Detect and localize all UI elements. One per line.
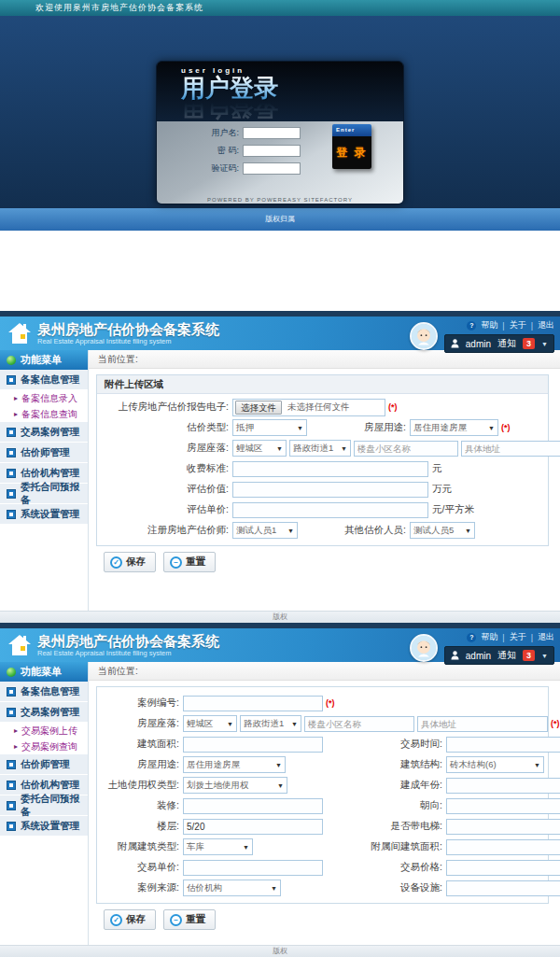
- district-select[interactable]: 鲤城区▼: [183, 715, 237, 732]
- area-time-row: 建筑面积: 交易时间:: [97, 734, 542, 754]
- sidebar-subitem-filing-query[interactable]: ▸ 备案信息查询: [0, 406, 88, 422]
- admin-bar[interactable]: admin 通知 3 ▼: [444, 646, 554, 665]
- help-link[interactable]: 帮助: [481, 319, 497, 331]
- annex-area-input[interactable]: [446, 839, 560, 855]
- unitprice-input[interactable]: [232, 502, 428, 518]
- unit-price-input[interactable]: [183, 860, 323, 876]
- reset-button[interactable]: − 重置: [163, 909, 216, 930]
- user-avatar[interactable]: [410, 634, 438, 662]
- land-select[interactable]: 划拨土地使用权▼: [183, 777, 287, 794]
- appraiser-select[interactable]: 测试人员1▼: [232, 522, 298, 539]
- sidebar-item-contracts[interactable]: 委托合同预报备: [0, 484, 88, 504]
- sidebar-item-trade-cases[interactable]: 交易案例管理: [0, 422, 88, 443]
- help-link[interactable]: 帮助: [481, 631, 497, 643]
- trade-time-input[interactable]: [446, 737, 560, 753]
- community-input[interactable]: [354, 441, 458, 457]
- header-links-column: ? 帮助 | 关于 | 退出 admin 通知 3 ▼: [444, 631, 554, 665]
- sidebar-item-settings[interactable]: 系统设置管理: [0, 816, 88, 837]
- about-link[interactable]: 关于: [510, 631, 526, 643]
- arrow-bullet-icon: ▸: [14, 411, 18, 418]
- price-input[interactable]: [446, 860, 560, 876]
- sidebar-item-contracts[interactable]: 委托合同预报备: [0, 795, 88, 816]
- reset-button[interactable]: − 重置: [163, 552, 216, 572]
- address-input[interactable]: [461, 441, 560, 457]
- notice-label[interactable]: 通知: [497, 649, 516, 662]
- sidebar-item-filing-info[interactable]: 备案信息管理: [0, 370, 88, 390]
- logout-link[interactable]: 退出: [538, 631, 554, 643]
- source-select[interactable]: 估价机构▼: [183, 880, 281, 896]
- sidebar: 功能菜单 备案信息管理 ▸ 备案信息录入 ▸ 备案信息查询 交易案例管理: [0, 350, 89, 611]
- menu-square-icon: [7, 760, 16, 769]
- sidebar-item-trade-cases[interactable]: 交易案例管理: [0, 702, 88, 723]
- notice-badge[interactable]: 3: [523, 338, 535, 349]
- elevator-input[interactable]: [446, 819, 560, 835]
- appraisal-type-select[interactable]: 抵押▼: [232, 419, 307, 436]
- login-button-label: 登 录: [332, 136, 371, 169]
- case-no-input[interactable]: [183, 696, 323, 711]
- menu-square-icon: [7, 781, 16, 790]
- captcha-label: 验证码:: [205, 162, 239, 175]
- orientation-label: 朝向:: [342, 799, 446, 812]
- sidebar-subitem-filing-entry[interactable]: ▸ 备案信息录入: [0, 390, 88, 406]
- price-row: 交易单价: 交易价格:: [97, 857, 542, 878]
- logout-link[interactable]: 退出: [538, 319, 554, 331]
- about-link[interactable]: 关于: [510, 319, 526, 331]
- select-arrow-icon: ▼: [227, 721, 233, 727]
- menu-title-bar: 功能菜单: [0, 662, 88, 682]
- sidebar-item-filing-info[interactable]: 备案信息管理: [0, 682, 88, 702]
- sidebar-subitem-trade-upload[interactable]: ▸ 交易案例上传: [0, 723, 88, 739]
- select-arrow-icon: ▼: [465, 528, 471, 534]
- district-select[interactable]: 鲤城区▼: [232, 440, 287, 457]
- sidebar-item-settings[interactable]: 系统设置管理: [0, 504, 88, 525]
- top-links: ? 帮助 | 关于 | 退出: [444, 319, 554, 331]
- choose-file-button[interactable]: 选择文件: [235, 401, 282, 415]
- menu-square-icon: [7, 448, 16, 457]
- decoration-input[interactable]: [183, 798, 323, 814]
- community-input[interactable]: [304, 716, 414, 732]
- fee-input[interactable]: [232, 461, 428, 477]
- orientation-input[interactable]: [446, 798, 560, 814]
- user-avatar[interactable]: [410, 322, 438, 350]
- minus-icon: −: [170, 556, 182, 569]
- value-input[interactable]: [232, 482, 428, 498]
- facility-input[interactable]: [446, 880, 560, 896]
- sidebar-item-appraisers[interactable]: 估价师管理: [0, 754, 88, 775]
- captcha-input[interactable]: [243, 162, 301, 175]
- save-button[interactable]: ✓ 保存: [104, 552, 156, 572]
- other-appraiser-select[interactable]: 测试人员5▼: [410, 522, 475, 539]
- sidebar-subitem-trade-query[interactable]: ▸ 交易案例查询: [0, 739, 88, 754]
- notice-badge[interactable]: 3: [523, 650, 535, 661]
- usage-select[interactable]: 居住用途房屋▼: [183, 756, 286, 773]
- location-label: 房屋座落:: [97, 442, 232, 455]
- file-input[interactable]: 选择文件 未选择任何文件: [232, 399, 385, 416]
- address-input[interactable]: [417, 716, 548, 732]
- chevron-down-icon[interactable]: ▼: [541, 341, 548, 347]
- app-header: 泉州房地产估价协会备案系统 Real Estate Appraisal Inst…: [0, 628, 560, 662]
- year-input[interactable]: [446, 778, 560, 794]
- username-input[interactable]: [243, 127, 301, 139]
- annex-type-select[interactable]: 车库▼: [183, 838, 253, 855]
- street-select[interactable]: 路政街道1▼: [289, 440, 351, 457]
- house-usage-select[interactable]: 居住用途房屋▼: [410, 419, 498, 436]
- unitprice-row: 评估单价: 元/平方米: [97, 500, 542, 520]
- app-title: 泉州房地产估价协会备案系统: [37, 633, 219, 649]
- admin-bar[interactable]: admin 通知 3 ▼: [444, 334, 554, 353]
- sidebar-item-appraisers[interactable]: 估价师管理: [0, 443, 88, 463]
- form2-wrap: 案例编号: (*) 房屋座落: 鲤城区▼ 路政街道1▼: [89, 681, 560, 930]
- login-panel: user login 用户登录 用户登录 用户名: 密 码:: [156, 61, 404, 204]
- login-submit-button[interactable]: Enter 登 录: [332, 124, 371, 169]
- save-button[interactable]: ✓ 保存: [104, 909, 156, 930]
- sidebar: 功能菜单 备案信息管理 交易案例管理 ▸ 交易案例上传 ▸ 交易案例查询: [0, 662, 89, 945]
- type-usage-row: 估价类型: 抵押▼ 房屋用途: 居住用途房屋▼ (*): [97, 417, 542, 438]
- notice-label[interactable]: 通知: [497, 337, 516, 350]
- street-select[interactable]: 路政街道1▼: [240, 715, 301, 732]
- password-input[interactable]: [243, 145, 301, 157]
- area-input[interactable]: [183, 737, 323, 753]
- menu-title-bar: 功能菜单: [0, 350, 88, 370]
- floor-input[interactable]: [183, 819, 323, 835]
- person-icon: [451, 339, 459, 348]
- help-icon: ?: [467, 633, 476, 642]
- chevron-down-icon[interactable]: ▼: [541, 653, 548, 659]
- select-arrow-icon: ▼: [243, 844, 249, 851]
- structure-select[interactable]: 砖木结构(6)▼: [446, 756, 544, 773]
